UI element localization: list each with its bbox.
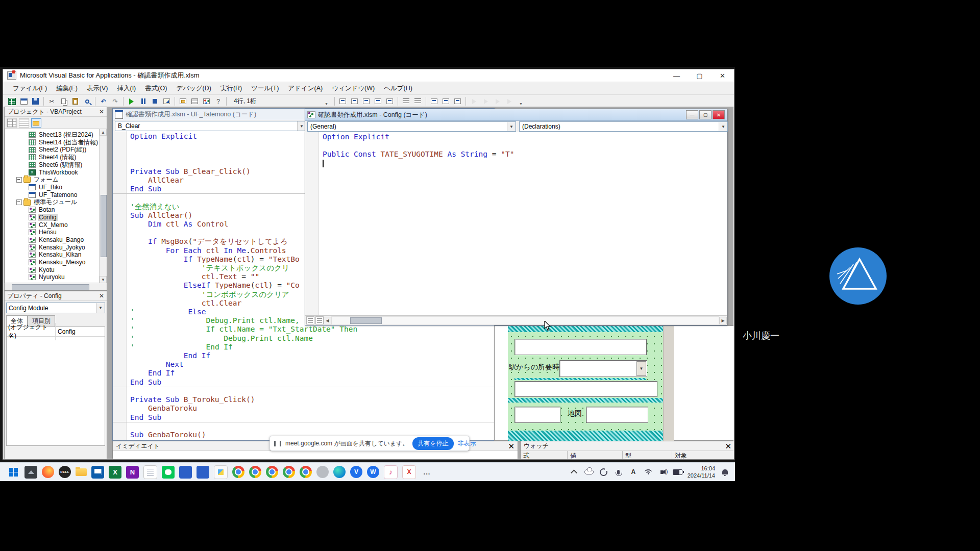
form-textbox-4[interactable]	[586, 407, 648, 423]
collapse-icon[interactable]	[16, 199, 22, 205]
scroll-right-icon[interactable]: ▶	[719, 317, 727, 324]
blue-app-1-icon[interactable]	[179, 466, 192, 479]
tree-item-CX_Memo[interactable]: CX_Memo	[5, 221, 99, 229]
bookmark-toggle-icon[interactable]	[469, 96, 479, 106]
watch-column-3[interactable]: 対象	[672, 451, 733, 459]
form-textbox-2[interactable]	[514, 381, 657, 397]
toolbar-overflow-icon[interactable]: ▾	[518, 96, 524, 106]
child-close-button[interactable]: ✕	[713, 110, 725, 119]
watch-column-0[interactable]: 式	[521, 451, 568, 459]
firefox-icon[interactable]	[42, 466, 54, 478]
form-textbox-1[interactable]	[514, 339, 647, 355]
music-app-icon[interactable]: ♪	[384, 465, 398, 479]
paste-icon[interactable]	[70, 96, 81, 106]
microphone-icon[interactable]	[614, 466, 624, 478]
menu-view[interactable]: 表示(V)	[82, 83, 113, 94]
vscroll-thumb[interactable]	[101, 195, 107, 257]
hscroll-track[interactable]	[331, 316, 719, 325]
form-designer-scrollbar[interactable]	[663, 326, 674, 441]
chrome-profile-1-icon[interactable]	[232, 466, 244, 478]
bookmark-prev-icon[interactable]	[492, 96, 503, 106]
taskbar-clock[interactable]: 16:04 2024/11/14	[688, 465, 715, 480]
tree-item-Sheet4-[interactable]: Sheet4 (情報)	[5, 154, 99, 161]
project-explorer-icon[interactable]	[178, 96, 188, 106]
save-icon[interactable]	[30, 96, 41, 106]
userform-canvas[interactable]: 駅からの所要時間 ▼ 地図	[508, 326, 663, 441]
battery-icon[interactable]	[673, 466, 683, 478]
gray-app-icon[interactable]	[316, 466, 329, 478]
minimize-button[interactable]: —	[665, 69, 688, 82]
declarations-dropdown[interactable]: (Declarations) ▼	[519, 121, 728, 132]
chevron-down-icon[interactable]: ▼	[507, 122, 516, 131]
menu-format[interactable]: 書式(O)	[140, 83, 172, 94]
full-module-view-button[interactable]	[315, 316, 324, 324]
v-app-icon[interactable]: V	[350, 466, 362, 478]
tree-item-Sheet13-2024-[interactable]: Sheet13 (祝日2024)	[5, 131, 99, 139]
photos-app-icon[interactable]	[24, 466, 37, 479]
line-app-icon[interactable]	[162, 466, 175, 479]
quick-info-icon[interactable]	[361, 96, 372, 106]
light-app-icon[interactable]	[214, 465, 228, 479]
tree-item--[interactable]: フォーム	[5, 176, 99, 184]
x-app-icon[interactable]: X	[402, 465, 416, 479]
chrome-profile-3-icon[interactable]	[266, 466, 278, 478]
pause-share-icon[interactable]	[274, 441, 281, 446]
view-code-button[interactable]	[7, 118, 17, 128]
watch-column-2[interactable]: 型	[623, 451, 672, 459]
tree-item-Sheet2-PDF-[interactable]: Sheet2 (PDF(縦))	[5, 146, 99, 154]
collapse-icon[interactable]	[16, 177, 22, 183]
chevron-down-icon[interactable]: ▼	[96, 303, 105, 313]
tree-item-Sheet14-[interactable]: Sheet14 (担当者情報)	[5, 139, 99, 146]
form-textbox-3[interactable]	[514, 407, 560, 423]
help-icon[interactable]: ?	[213, 96, 224, 106]
indent-icon[interactable]	[401, 96, 411, 106]
code2-editor[interactable]: Option Explicit Public Const TATE_SYUGOT…	[305, 132, 727, 316]
tree-item-Kyotu[interactable]: Kyotu	[5, 266, 99, 273]
hscroll-thumb[interactable]	[350, 317, 382, 324]
excel-icon[interactable]: X	[109, 466, 121, 479]
code2-title-bar[interactable]: 確認書類作成用.xlsm - Config (コード) — ▢ ✕	[305, 109, 727, 121]
more-apps-icon[interactable]: ...	[421, 466, 433, 479]
form-combobox[interactable]	[559, 360, 647, 377]
view-excel-icon[interactable]	[7, 96, 17, 106]
comment-block-icon[interactable]	[440, 96, 451, 106]
scroll-up-icon[interactable]: ▲	[100, 129, 107, 136]
tray-overflow-chevron-icon[interactable]	[569, 466, 579, 478]
object-dropdown[interactable]: B_Clear ▼	[115, 121, 306, 131]
child-minimize-button[interactable]: —	[686, 110, 698, 119]
tree-item-UF_Biko[interactable]: UF_Biko	[5, 184, 99, 191]
project-tree-vscrollbar[interactable]: ▲ ▼	[99, 129, 107, 283]
chrome-profile-2-icon[interactable]	[249, 466, 261, 478]
hscroll-thumb[interactable]	[12, 284, 89, 290]
volume-icon[interactable]	[658, 466, 668, 478]
tree-item-Kensaku_Bango[interactable]: Kensaku_Bango	[5, 236, 99, 244]
tree-item-UF_Tatemono[interactable]: UF_Tatemono	[5, 191, 99, 199]
insert-userform-icon[interactable]	[18, 96, 29, 106]
tree-item-Config[interactable]: Config	[5, 214, 99, 221]
property-row[interactable]: (オブジェクト名) Config	[7, 327, 105, 337]
uncomment-block-icon[interactable]	[452, 96, 463, 106]
edge-icon[interactable]	[333, 466, 346, 478]
chrome-profile-5-icon[interactable]	[300, 466, 312, 478]
undo-icon[interactable]: ↶	[98, 96, 109, 106]
menu-help[interactable]: ヘルプ(H)	[379, 83, 417, 94]
toggle-breakpoint-icon[interactable]	[429, 96, 439, 106]
tree-item-ThisWorkbook[interactable]: ThisWorkbook	[5, 168, 99, 176]
tree-item-Nyuryoku[interactable]: Nyuryoku	[5, 273, 99, 281]
watch-column-1[interactable]: 値	[568, 451, 623, 459]
tree-item-Botan[interactable]: Botan	[5, 206, 99, 214]
notepad-app-icon[interactable]	[143, 465, 157, 479]
general-dropdown[interactable]: (General) ▼	[307, 121, 516, 132]
scroll-left-icon[interactable]: ◀	[324, 317, 331, 324]
bookmark-next-icon[interactable]	[480, 96, 491, 106]
tree-item--[interactable]: 標準モジュール	[5, 198, 99, 206]
find-icon[interactable]	[82, 96, 92, 106]
combo-dropdown-icon[interactable]: ▼	[636, 361, 646, 376]
menu-run[interactable]: 実行(R)	[216, 83, 247, 94]
child-restore-button[interactable]: ▢	[699, 110, 712, 119]
toggle-folders-button[interactable]	[31, 118, 41, 128]
tree-item-Kensaku_Kikan[interactable]: Kensaku_Kikan	[5, 251, 99, 259]
properties-close-icon[interactable]: ✕	[99, 292, 104, 299]
menu-insert[interactable]: 挿入(I)	[112, 83, 140, 94]
dell-app-icon[interactable]: DELL	[59, 466, 71, 478]
